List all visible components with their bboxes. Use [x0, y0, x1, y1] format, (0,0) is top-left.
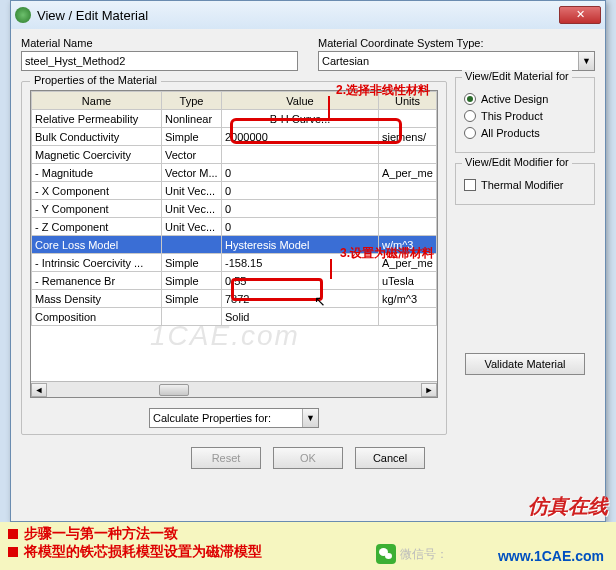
properties-group-title: Properties of the Material: [30, 74, 161, 86]
cell-type[interactable]: Simple: [162, 272, 222, 290]
table-row[interactable]: - Z ComponentUnit Vec...0: [32, 218, 437, 236]
check-thermal-modifier[interactable]: Thermal Modifier: [464, 179, 588, 191]
website-link[interactable]: www.1CAE.com: [498, 548, 604, 564]
cell-value[interactable]: 0: [222, 218, 379, 236]
cell-name[interactable]: - Z Component: [32, 218, 162, 236]
table-row[interactable]: Relative PermeabilityNonlinearB-H Curve.…: [32, 110, 437, 128]
cell-units[interactable]: [379, 200, 437, 218]
wechat-badge: 微信号：: [376, 544, 448, 564]
cell-value[interactable]: 0: [222, 200, 379, 218]
table-row[interactable]: - Remanence BrSimple0.55uTesla: [32, 272, 437, 290]
cell-units[interactable]: [379, 308, 437, 326]
cell-name[interactable]: - Intrinsic Coercivity ...: [32, 254, 162, 272]
col-name[interactable]: Name: [32, 92, 162, 110]
cell-type[interactable]: [162, 236, 222, 254]
dialog-window: View / Edit Material ✕ Material Name ste…: [10, 0, 606, 522]
cell-value[interactable]: [222, 146, 379, 164]
brand-text: 仿真在线: [528, 493, 608, 520]
cell-name[interactable]: - Magnitude: [32, 164, 162, 182]
scroll-thumb[interactable]: [159, 384, 189, 396]
cell-name[interactable]: - Remanence Br: [32, 272, 162, 290]
cell-value[interactable]: 0.55: [222, 272, 379, 290]
coord-type-combo[interactable]: Cartesian ▼: [318, 51, 595, 71]
scroll-right-icon[interactable]: ►: [421, 383, 437, 397]
col-type[interactable]: Type: [162, 92, 222, 110]
cell-name[interactable]: Bulk Conductivity: [32, 128, 162, 146]
cell-type[interactable]: Unit Vec...: [162, 200, 222, 218]
table-row[interactable]: - X ComponentUnit Vec...0: [32, 182, 437, 200]
table-row[interactable]: Bulk ConductivitySimple2000000siemens/: [32, 128, 437, 146]
cancel-button[interactable]: Cancel: [355, 447, 425, 469]
cell-value[interactable]: Solid: [222, 308, 379, 326]
reset-button[interactable]: Reset: [191, 447, 261, 469]
app-icon: [15, 7, 31, 23]
calc-properties-combo[interactable]: Calculate Properties for: ▼: [149, 408, 319, 428]
material-name-input[interactable]: steel_Hyst_Method2: [21, 51, 298, 71]
validate-material-button[interactable]: Validate Material: [465, 353, 585, 375]
cell-units[interactable]: kg/m^3: [379, 290, 437, 308]
annotation-2: 2.选择非线性材料: [336, 82, 430, 99]
table-row[interactable]: Magnetic CoercivityVector: [32, 146, 437, 164]
annotation-3: 3.设置为磁滞材料: [340, 245, 434, 262]
wechat-icon: [376, 544, 396, 564]
cell-name[interactable]: - Y Component: [32, 200, 162, 218]
cell-units[interactable]: A_per_me: [379, 164, 437, 182]
cell-units[interactable]: uTesla: [379, 272, 437, 290]
cell-units[interactable]: siemens/: [379, 128, 437, 146]
radio-active-design[interactable]: Active Design: [464, 93, 588, 105]
cell-name[interactable]: Relative Permeability: [32, 110, 162, 128]
chevron-down-icon[interactable]: ▼: [578, 52, 594, 70]
cell-type[interactable]: Unit Vec...: [162, 218, 222, 236]
radio-all-products[interactable]: All Products: [464, 127, 588, 139]
cell-type[interactable]: Nonlinear: [162, 110, 222, 128]
cell-type[interactable]: Vector: [162, 146, 222, 164]
bullet-icon: [8, 547, 18, 557]
view-material-for-group: View/Edit Material for Active Design Thi…: [455, 77, 595, 153]
cell-name[interactable]: Composition: [32, 308, 162, 326]
cell-name[interactable]: Core Loss Model: [32, 236, 162, 254]
table-row[interactable]: Mass DensitySimple7872kg/m^3: [32, 290, 437, 308]
dialog-content: Material Name steel_Hyst_Method2 Materia…: [11, 29, 605, 475]
view-modifier-for-group: View/Edit Modifier for Thermal Modifier: [455, 163, 595, 205]
titlebar[interactable]: View / Edit Material ✕: [11, 1, 605, 29]
table-row[interactable]: CompositionSolid: [32, 308, 437, 326]
cell-type[interactable]: Simple: [162, 254, 222, 272]
cell-name[interactable]: Mass Density: [32, 290, 162, 308]
properties-grid[interactable]: Name Type Value Units Relative Permeabil…: [30, 90, 438, 398]
chevron-down-icon[interactable]: ▼: [302, 409, 318, 427]
bullet-icon: [8, 529, 18, 539]
cell-value[interactable]: 2000000: [222, 128, 379, 146]
cell-name[interactable]: - X Component: [32, 182, 162, 200]
cell-units[interactable]: [379, 110, 437, 128]
cell-type[interactable]: Simple: [162, 290, 222, 308]
cell-value[interactable]: 0: [222, 182, 379, 200]
cell-value[interactable]: B-H Curve...: [222, 110, 379, 128]
ok-button[interactable]: OK: [273, 447, 343, 469]
coord-type-label: Material Coordinate System Type:: [318, 37, 595, 49]
cell-value[interactable]: 7872: [222, 290, 379, 308]
close-button[interactable]: ✕: [559, 6, 601, 24]
table-row[interactable]: - MagnitudeVector M...0A_per_me: [32, 164, 437, 182]
cell-type[interactable]: Unit Vec...: [162, 182, 222, 200]
cell-value[interactable]: 0: [222, 164, 379, 182]
cell-name[interactable]: Magnetic Coercivity: [32, 146, 162, 164]
cell-units[interactable]: [379, 218, 437, 236]
cell-units[interactable]: [379, 182, 437, 200]
table-row[interactable]: - Y ComponentUnit Vec...0: [32, 200, 437, 218]
radio-this-product[interactable]: This Product: [464, 110, 588, 122]
cell-type[interactable]: [162, 308, 222, 326]
window-title: View / Edit Material: [37, 8, 559, 23]
cell-type[interactable]: Simple: [162, 128, 222, 146]
cell-type[interactable]: Vector M...: [162, 164, 222, 182]
cell-units[interactable]: [379, 146, 437, 164]
horizontal-scrollbar[interactable]: ◄ ►: [31, 381, 437, 397]
scroll-left-icon[interactable]: ◄: [31, 383, 47, 397]
material-name-label: Material Name: [21, 37, 298, 49]
